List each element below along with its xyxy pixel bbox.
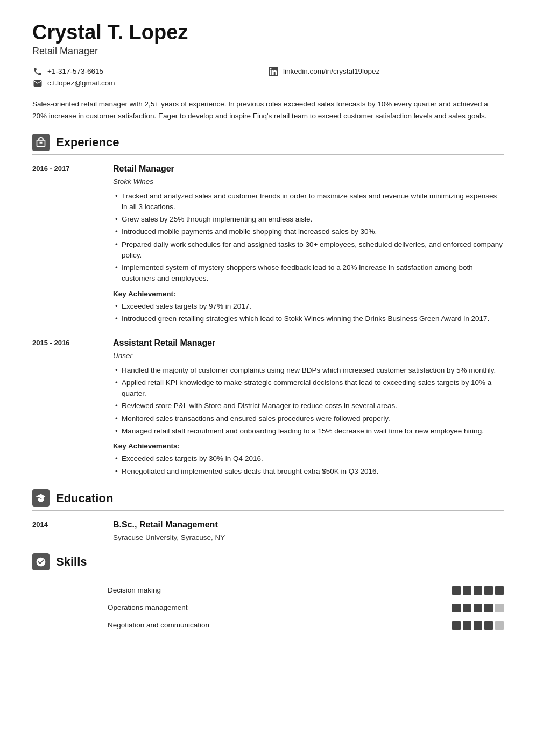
phone-icon [32, 66, 43, 77]
exp-company: Stokk Wines [113, 176, 504, 187]
skills-icon [32, 553, 50, 570]
skill-dots [452, 621, 504, 630]
skill-dot [484, 586, 493, 595]
contact-grid: +1-317-573-6615 linkedin.com/in/crystal1… [32, 66, 504, 89]
email-text: c.t.lopez@gmail.com [47, 78, 115, 89]
list-item: Exceeded sales targets by 97% in 2017. [113, 301, 504, 312]
phone-text: +1-317-573-6615 [47, 66, 103, 77]
summary-text: Sales-oriented retail manager with 2,5+ … [32, 98, 504, 122]
skill-name: Operations management [32, 602, 188, 613]
edu-school: Syracuse University, Syracuse, NY [113, 532, 504, 543]
list-item: Managed retail staff recruitment and onb… [113, 426, 504, 437]
linkedin-icon [268, 66, 279, 77]
skills-section-header: Skills [32, 553, 504, 574]
exp-bullets: Tracked and analyzed sales and customer … [113, 191, 504, 284]
key-achievement-label: Key Achievements: [113, 441, 504, 452]
list-item: Introduced green retailing strategies wh… [113, 313, 504, 324]
list-item: Implemented system of mystery shoppers w… [113, 262, 504, 284]
skill-dot [452, 621, 461, 630]
list-item: Grew sales by 25% through implementing a… [113, 214, 504, 225]
education-title: Education [56, 489, 113, 507]
list-item: Prepared daily work schedules for and as… [113, 239, 504, 261]
edu-year: 2014 [32, 518, 108, 543]
experience-list: 2016 - 2017Retail ManagerStokk WinesTrac… [32, 162, 504, 479]
email-icon [32, 78, 43, 89]
experience-entry: 2016 - 2017Retail ManagerStokk WinesTrac… [32, 162, 504, 326]
experience-title: Experience [56, 133, 119, 151]
skill-name: Negotiation and communication [32, 620, 209, 631]
exp-dates: 2016 - 2017 [32, 162, 108, 326]
experience-section-header: Experience [32, 133, 504, 155]
list-item: Handled the majority of customer complai… [113, 365, 504, 376]
exp-content: Assistant Retail ManagerUnserHandled the… [113, 337, 504, 479]
skill-dot [463, 586, 471, 595]
skill-entry: Decision making [32, 582, 504, 599]
edu-content: B.Sc., Retail ManagementSyracuse Univers… [113, 518, 504, 543]
list-item: Exceeded sales targets by 30% in Q4 2016… [113, 453, 504, 464]
experience-icon [32, 134, 50, 151]
education-section-header: Education [32, 489, 504, 511]
education-list: 2014B.Sc., Retail ManagementSyracuse Uni… [32, 518, 504, 543]
skill-dot [463, 621, 471, 630]
key-achievements-list: Exceeded sales targets by 30% in Q4 2016… [113, 453, 504, 477]
list-item: Applied retail KPI knowledge to make str… [113, 377, 504, 400]
key-achievements-list: Exceeded sales targets by 97% in 2017.In… [113, 301, 504, 325]
skill-dot [463, 604, 471, 612]
education-entry: 2014B.Sc., Retail ManagementSyracuse Uni… [32, 518, 504, 543]
skill-dots [452, 586, 504, 595]
skill-dot [495, 621, 504, 630]
edu-degree: B.Sc., Retail Management [113, 518, 504, 531]
skill-dot [484, 621, 493, 630]
exp-job-title: Retail Manager [113, 162, 504, 175]
list-item: Reviewed store P&L with Store and Distri… [113, 401, 504, 411]
experience-section: Experience 2016 - 2017Retail ManagerStok… [32, 133, 504, 479]
exp-job-title: Assistant Retail Manager [113, 337, 504, 350]
experience-entry: 2015 - 2016Assistant Retail ManagerUnser… [32, 337, 504, 479]
skill-dot [452, 586, 461, 595]
skills-list: Decision makingOperations managementNego… [32, 582, 504, 634]
resume-header: Crystal T. Lopez Retail Manager +1-317-5… [32, 22, 504, 89]
linkedin-contact: linkedin.com/in/crystal19lopez [268, 66, 504, 77]
exp-company: Unser [113, 351, 504, 361]
skill-dot [495, 586, 504, 595]
key-achievement-label: Key Achievement: [113, 289, 504, 299]
skill-entry: Operations management [32, 599, 504, 616]
skill-entry: Negotiation and communication [32, 617, 504, 634]
candidate-title: Retail Manager [32, 44, 504, 59]
skill-dot [495, 604, 504, 612]
phone-contact: +1-317-573-6615 [32, 66, 268, 77]
education-icon [32, 489, 50, 507]
list-item: Tracked and analyzed sales and customer … [113, 191, 504, 213]
skills-title: Skills [56, 553, 87, 570]
skill-dot [474, 586, 482, 595]
exp-bullets: Handled the majority of customer complai… [113, 365, 504, 437]
skill-dots [452, 604, 504, 612]
skill-dot [474, 621, 482, 630]
education-section: Education 2014B.Sc., Retail ManagementSy… [32, 489, 504, 543]
skills-section: Skills Decision makingOperations managem… [32, 553, 504, 634]
list-item: Renegotiated and implemented sales deals… [113, 466, 504, 477]
linkedin-text: linkedin.com/in/crystal19lopez [283, 66, 379, 77]
list-item: Monitored sales transactions and ensured… [113, 413, 504, 424]
skill-name: Decision making [32, 585, 161, 596]
candidate-name: Crystal T. Lopez [32, 22, 504, 44]
skill-dot [484, 604, 493, 612]
skill-dot [474, 604, 482, 612]
skill-dot [452, 604, 461, 612]
email-contact: c.t.lopez@gmail.com [32, 78, 268, 89]
exp-dates: 2015 - 2016 [32, 337, 108, 479]
list-item: Introduced mobile payments and mobile sh… [113, 226, 504, 237]
exp-content: Retail ManagerStokk WinesTracked and ana… [113, 162, 504, 326]
